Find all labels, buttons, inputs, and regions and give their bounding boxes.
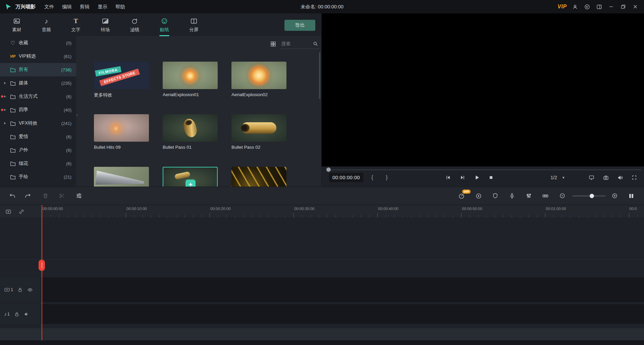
next-frame-button[interactable] [458, 173, 467, 182]
layout-button[interactable] [593, 0, 605, 13]
play-button[interactable] [473, 173, 481, 182]
mark-out-button[interactable]: } [382, 173, 391, 182]
folder-icon [9, 66, 16, 73]
ruler-label: 00:00:30:00 [294, 207, 315, 211]
previous-frame-button[interactable] [444, 173, 452, 182]
display-device-button[interactable] [587, 173, 596, 182]
timeline-ruler[interactable]: 00:00:00:00 00:00:10:00 00:00:20:00 00:0… [0, 205, 644, 217]
speaker-icon[interactable] [24, 312, 29, 317]
timeline-horizontal-scrollbar[interactable] [0, 328, 644, 340]
eye-icon[interactable] [27, 287, 33, 293]
sidebar-item-vip-picks[interactable]: VIP VIP精选 (61) [0, 50, 76, 63]
expand-arrow-icon[interactable] [4, 109, 6, 111]
playhead-line[interactable] [42, 205, 42, 340]
grid-view-icon[interactable] [268, 39, 278, 49]
video-preview[interactable] [322, 13, 644, 166]
grid-item-aerialexplosion01[interactable]: AerialExplosion01 [163, 62, 218, 97]
zoom-slider-handle[interactable] [590, 194, 594, 198]
tab-transition[interactable]: 转场 [91, 13, 120, 36]
grid-item-effects-store[interactable]: FILMORA EFFECTS STORE 更多特效 [94, 62, 149, 98]
split-scissors-button[interactable] [57, 192, 66, 200]
ruler-label: 00:00:10:00 [126, 207, 147, 211]
render-preview-button[interactable]: VIP [457, 192, 466, 200]
tab-label: 素材 [12, 27, 21, 33]
preview-quality-select[interactable]: 1/2 ▾ [543, 173, 572, 182]
add-to-timeline-button[interactable]: + [185, 180, 196, 187]
sidebar-item-outdoor[interactable]: 户外 (6) [0, 143, 76, 157]
playhead-handle[interactable] [39, 260, 45, 271]
menu-edit[interactable]: 编辑 [62, 4, 72, 10]
workspace: 素材 ♪ 音频 T 文字 转场 [0, 13, 644, 187]
mark-in-button[interactable]: { [368, 173, 377, 182]
sidebar-item-handdrawn[interactable]: 手绘 (21) [0, 170, 76, 184]
lock-icon[interactable] [14, 312, 19, 317]
menu-file[interactable]: 文件 [44, 4, 54, 10]
tab-text[interactable]: T 文字 [61, 13, 91, 36]
grid-item-partial-3[interactable] [231, 167, 286, 187]
tab-label: 分屏 [190, 27, 199, 33]
sidebar-item-love[interactable]: 爱情 (6) [0, 130, 76, 143]
tab-splitscreen[interactable]: 分屏 [179, 13, 209, 36]
close-button[interactable] [629, 0, 641, 13]
timeline-divider-line [0, 259, 644, 260]
restore-button[interactable] [617, 0, 629, 13]
sidebar-item-favorites[interactable]: ♡ 收藏 (0) [0, 36, 76, 50]
audio-track-lane[interactable] [41, 304, 644, 324]
grid-item-partial-1[interactable] [94, 167, 149, 187]
grid-item-aerialexplosion02[interactable]: AerialExplosion02 [231, 62, 286, 97]
zoom-out-button[interactable] [558, 192, 567, 200]
video-track-lane[interactable] [41, 277, 644, 302]
tab-sticker[interactable]: 贴纸 [150, 13, 179, 36]
export-button[interactable]: 导出 [284, 20, 315, 31]
feedback-button[interactable] [581, 0, 593, 13]
minimize-button[interactable] [605, 0, 617, 13]
expand-arrow-icon[interactable] [4, 122, 6, 125]
grid-item-partial-2-selected[interactable]: + [163, 167, 218, 187]
expand-arrow-icon[interactable] [4, 82, 6, 84]
snapshot-button[interactable] [601, 173, 610, 182]
audio-track-row: ♪ 1 [0, 304, 644, 324]
ruler-label: 00:01:00:00 [546, 207, 566, 211]
sidebar-item-media[interactable]: 媒体 (235) [0, 76, 76, 90]
link-clips-icon[interactable] [18, 208, 25, 215]
sidebar-item-vfx[interactable]: VFX特效 (241) [0, 117, 76, 130]
vip-badge[interactable]: VIP [557, 4, 567, 10]
menu-help[interactable]: 帮助 [115, 4, 125, 10]
grid-item-bullet-pass-02[interactable]: Bullet Pass 02 [231, 114, 286, 150]
video-track-number: 1 [11, 287, 13, 292]
track-manager-button[interactable] [627, 192, 636, 200]
protect-shield-button[interactable] [491, 192, 499, 200]
sidebar-item-fireworks[interactable]: 烟花 (6) [0, 157, 76, 170]
grid-item-bullet-pass-01[interactable]: Bullet Pass 01 [163, 114, 218, 150]
audio-mixer-button[interactable] [524, 192, 533, 200]
expand-arrow-icon[interactable] [4, 95, 6, 98]
tab-filter[interactable]: 滤镜 [120, 13, 150, 36]
sidebar-item-seasons[interactable]: 四季 (40) [0, 103, 76, 117]
auto-ripple-button[interactable] [541, 192, 550, 200]
tab-media[interactable]: 素材 [2, 13, 32, 36]
tab-audio[interactable]: ♪ 音频 [32, 13, 61, 36]
search-input[interactable] [281, 41, 311, 46]
undo-button[interactable] [8, 192, 17, 200]
zoom-in-button[interactable] [610, 192, 619, 200]
fullscreen-button[interactable] [630, 173, 639, 182]
search-icon[interactable] [313, 41, 318, 47]
vertical-scrollbar[interactable] [319, 52, 320, 99]
account-button[interactable] [569, 0, 581, 13]
preview-render-play-button[interactable] [474, 192, 483, 200]
volume-button[interactable] [616, 173, 625, 182]
add-media-to-timeline-icon[interactable] [5, 208, 12, 215]
collapse-panel-handle[interactable] [76, 107, 79, 123]
redo-button[interactable] [23, 192, 32, 200]
menu-view[interactable]: 显示 [98, 4, 107, 10]
sidebar-item-lifestyle[interactable]: 生活方式 (6) [0, 90, 76, 103]
properties-button[interactable] [74, 192, 83, 200]
sidebar-item-all[interactable]: 所有 (738) [0, 63, 76, 76]
menu-clip[interactable]: 剪辑 [80, 4, 90, 10]
delete-button[interactable] [41, 192, 50, 200]
grid-item-bullet-hits-09[interactable]: Bullet Hits 09 [94, 114, 149, 150]
record-voiceover-button[interactable] [507, 192, 516, 200]
stop-button[interactable] [487, 173, 495, 182]
timeline-zoom-slider[interactable] [572, 195, 606, 196]
lock-icon[interactable] [17, 287, 23, 292]
